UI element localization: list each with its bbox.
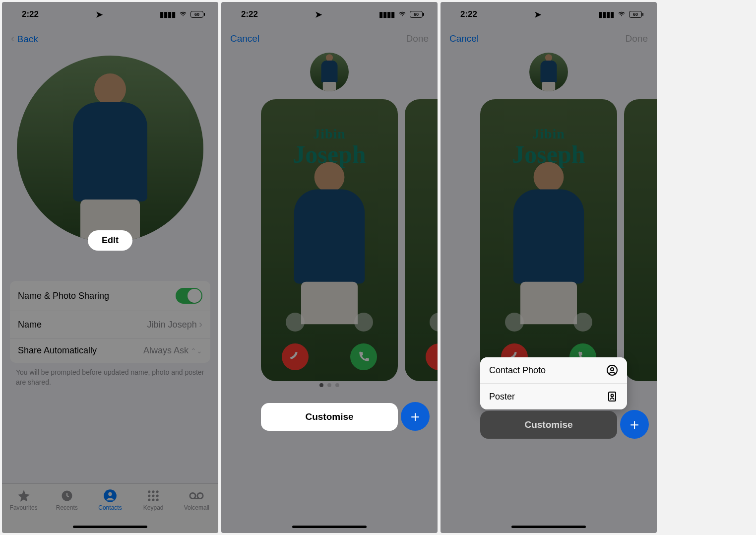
status-bar: 2:22 ➤ ▮▮▮▮ 60	[441, 2, 657, 27]
add-poster-button[interactable]: ＋	[401, 402, 430, 431]
svg-point-18	[611, 395, 614, 397]
home-indicator[interactable]	[73, 526, 147, 528]
plus-icon: ＋	[408, 406, 423, 427]
status-time: 2:22	[241, 9, 258, 19]
wifi-icon	[398, 10, 407, 19]
decline-call-button	[282, 343, 309, 370]
svg-point-3	[148, 490, 150, 493]
poster-card[interactable]: Jibin Joseph	[261, 99, 398, 381]
poster-carousel[interactable]: Jibin Joseph Jibin Joseph	[441, 99, 657, 387]
menu-poster[interactable]: Poster	[480, 383, 627, 409]
battery-icon: 60	[410, 11, 423, 18]
svg-point-2	[108, 492, 112, 496]
cancel-button[interactable]: Cancel	[230, 33, 259, 44]
status-time: 2:22	[22, 9, 39, 19]
svg-point-5	[156, 490, 159, 493]
customise-button[interactable]: Customise	[480, 411, 617, 439]
screen-poster-customise-menu: 2:22 ➤ ▮▮▮▮ 60 Cancel Done Jibin Joseph …	[441, 2, 657, 533]
accept-call-button	[350, 343, 377, 370]
tab-favourites[interactable]: Favourites	[4, 489, 43, 511]
row-label: Name & Photo Sharing	[18, 291, 109, 301]
nav-bar: ‹ Back	[2, 27, 218, 51]
nav-bar: Cancel Done	[441, 27, 657, 51]
contact-avatar[interactable]	[2, 56, 218, 242]
customise-button[interactable]: Customise	[261, 403, 398, 431]
row-value: Jibin Joseph	[147, 320, 197, 330]
wifi-icon	[617, 10, 626, 19]
page-dots	[319, 383, 339, 387]
voicemail-icon	[189, 489, 204, 503]
svg-point-12	[190, 493, 195, 498]
svg-point-6	[148, 494, 150, 497]
menu-contact-photo[interactable]: Contact Photo	[480, 357, 627, 383]
status-bar: 2:22 ➤ ▮▮▮▮ 60	[221, 2, 438, 27]
row-share-automatically[interactable]: Share Automatically Always Ask ⌃⌄	[10, 338, 210, 363]
message-icon	[354, 313, 373, 332]
nav-bar: Cancel Done	[221, 27, 438, 51]
customise-popup-menu: Contact Photo Poster	[480, 357, 627, 409]
chevron-left-icon: ‹	[11, 32, 14, 45]
contact-avatar-small[interactable]	[310, 53, 349, 91]
wifi-icon	[179, 10, 188, 19]
sharing-toggle[interactable]	[176, 288, 202, 304]
done-button[interactable]: Done	[626, 33, 648, 44]
back-button[interactable]: ‹ Back	[11, 32, 38, 45]
row-label: Name	[18, 320, 42, 330]
settings-group: Name & Photo Sharing Name Jibin Joseph ›…	[10, 281, 210, 363]
screen-poster-customise: 2:22 ➤ ▮▮▮▮ 60 Cancel Done Jibin Joseph …	[221, 2, 438, 533]
tab-voicemail[interactable]: Voicemail	[177, 489, 216, 511]
cellular-icon: ▮▮▮▮	[598, 10, 614, 19]
svg-point-10	[152, 499, 155, 501]
cellular-icon: ▮▮▮▮	[379, 10, 395, 19]
row-name[interactable]: Name Jibin Joseph ›	[10, 311, 210, 338]
svg-point-16	[611, 368, 614, 371]
row-label: Share Automatically	[18, 345, 97, 356]
home-indicator[interactable]	[511, 526, 586, 528]
chevron-right-icon: ›	[199, 318, 202, 331]
cancel-button[interactable]: Cancel	[449, 33, 479, 44]
screen-contact-photo-settings: 2:22 ➤ ▮▮▮▮ 60 ‹ Back Edit Name & Photo …	[2, 2, 218, 533]
svg-point-4	[152, 490, 155, 493]
svg-point-7	[152, 494, 155, 497]
home-indicator[interactable]	[292, 526, 367, 528]
star-icon	[16, 489, 31, 503]
add-poster-button[interactable]: ＋	[620, 410, 649, 439]
poster-card-next[interactable]: Jibin Joseph	[624, 99, 657, 381]
status-time: 2:22	[460, 9, 477, 19]
location-icon: ➤	[96, 9, 103, 20]
location-icon: ➤	[315, 9, 322, 20]
svg-point-11	[156, 499, 159, 501]
clock-icon	[60, 489, 74, 503]
svg-point-9	[148, 499, 150, 501]
status-bar: 2:22 ➤ ▮▮▮▮ 60	[2, 2, 218, 27]
cellular-icon: ▮▮▮▮	[160, 10, 176, 19]
done-button[interactable]: Done	[406, 33, 429, 44]
poster-card-next[interactable]: Jibin Joseph	[405, 99, 438, 381]
keypad-icon	[146, 489, 161, 503]
footnote: You will be prompted before updated name…	[2, 363, 218, 392]
battery-icon: 60	[190, 11, 203, 18]
svg-point-8	[156, 494, 159, 497]
updown-icon: ⌃⌄	[190, 347, 202, 355]
location-icon: ➤	[534, 9, 541, 20]
row-name-photo-sharing: Name & Photo Sharing	[10, 281, 210, 311]
reminder-icon	[286, 313, 305, 332]
poster-card[interactable]: Jibin Joseph	[480, 99, 617, 381]
person-circle-icon	[606, 364, 618, 376]
poster-icon	[606, 391, 618, 402]
row-value: Always Ask	[143, 345, 189, 356]
tab-contacts[interactable]: Contacts	[91, 489, 129, 511]
tab-recents[interactable]: Recents	[48, 489, 86, 511]
tab-keypad[interactable]: Keypad	[134, 489, 173, 511]
plus-icon: ＋	[627, 414, 642, 435]
poster-carousel[interactable]: Jibin Joseph Jibin Joseph	[221, 99, 438, 387]
person-circle-icon	[103, 489, 118, 503]
edit-button[interactable]: Edit	[88, 230, 132, 251]
svg-point-13	[197, 493, 203, 498]
battery-icon: 60	[629, 11, 642, 18]
contact-avatar-small[interactable]	[529, 53, 568, 91]
